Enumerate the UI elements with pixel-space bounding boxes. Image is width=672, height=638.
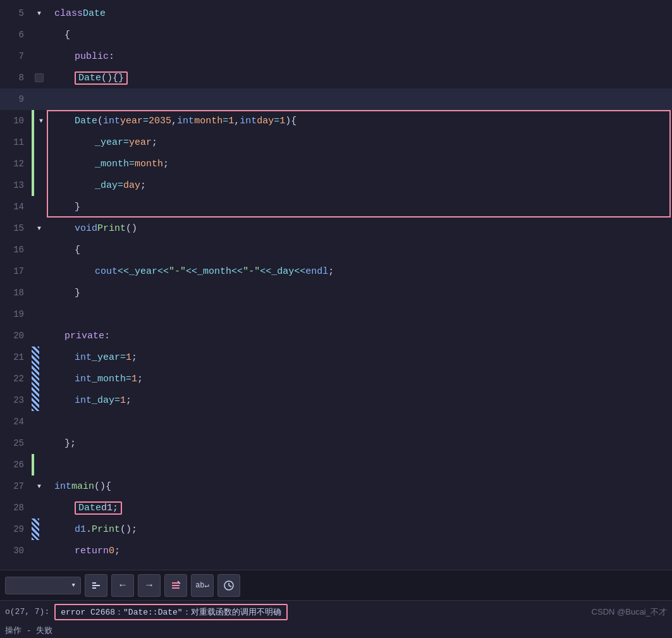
table-row: 20 private: bbox=[0, 325, 672, 347]
line-number: 28 bbox=[0, 503, 32, 513]
toolbar-btn-replace[interactable]: ab↵ bbox=[191, 574, 214, 597]
line-number: 21 bbox=[0, 352, 32, 362]
code-text: int _day = 1; bbox=[47, 395, 672, 406]
line-number: 15 bbox=[0, 223, 32, 233]
fold-icon[interactable]: ▼ bbox=[37, 483, 41, 490]
code-text: { bbox=[47, 30, 672, 40]
code-text: _day = day; bbox=[47, 180, 672, 191]
code-text: } bbox=[47, 202, 672, 212]
table-row: 24 bbox=[0, 411, 672, 432]
table-row: 18 } bbox=[0, 282, 672, 304]
replace-icon: ab↵ bbox=[195, 580, 209, 590]
table-row: 19 bbox=[0, 304, 672, 325]
table-row: 21 int _year = 1; bbox=[0, 347, 672, 368]
line-number: 22 bbox=[0, 374, 32, 384]
table-row: 23 int _day = 1; bbox=[0, 390, 672, 411]
table-row: 7 public: bbox=[0, 46, 672, 67]
toolbar-btn-clear[interactable] bbox=[164, 574, 187, 597]
toolbar-btn-forward[interactable]: → bbox=[138, 574, 161, 597]
table-row: 29 d1.Print(); bbox=[0, 518, 672, 540]
back-icon: ← bbox=[119, 580, 126, 591]
line-number: 27 bbox=[0, 481, 32, 491]
fail-label: 操作 - 失败 bbox=[0, 625, 52, 636]
table-row: 8 Date() {} bbox=[0, 67, 672, 89]
clear-icon bbox=[170, 580, 181, 591]
table-row: 14 } bbox=[0, 196, 672, 218]
code-text: int _year = 1; bbox=[47, 352, 672, 363]
forward-icon: → bbox=[146, 580, 152, 591]
code-text: d1.Print(); bbox=[47, 524, 672, 535]
code-text: cout << _year << "-" << _month << "-" <<… bbox=[47, 266, 672, 277]
toolbar: ← → ab↵ bbox=[0, 570, 672, 600]
line-number: 8 bbox=[0, 73, 32, 83]
table-row: 10 ▼ Date(int year = 2035, int month = 1… bbox=[0, 110, 672, 132]
toolbar-btn-align[interactable] bbox=[85, 574, 107, 597]
code-text: }; bbox=[47, 438, 672, 449]
line-number: 12 bbox=[0, 159, 32, 169]
code-text: void Print() bbox=[47, 223, 672, 234]
clock-icon bbox=[223, 580, 235, 591]
code-text: int main() { bbox=[47, 481, 672, 492]
line-number: 6 bbox=[0, 30, 32, 40]
table-row: 30 return 0; bbox=[0, 540, 672, 561]
table-row: 9 bbox=[0, 89, 672, 110]
fold-icon[interactable]: ▼ bbox=[37, 10, 41, 17]
line-number: 19 bbox=[0, 309, 32, 319]
line-number: 16 bbox=[0, 245, 32, 255]
table-row: 27 ▼ int main() { bbox=[0, 475, 672, 497]
error-message-box: error C2668："Date::Date"：对重载函数的调用不明确 bbox=[54, 604, 287, 620]
table-row: 28 Date d1; bbox=[0, 497, 672, 518]
line-number: 26 bbox=[0, 460, 32, 470]
fold-icon[interactable]: ▼ bbox=[39, 118, 43, 125]
code-text: _month = month; bbox=[47, 159, 672, 169]
line-number: 9 bbox=[0, 94, 32, 104]
error-prefix: o(27, 7): bbox=[5, 607, 49, 617]
highlight-box-8: Date() {} bbox=[75, 71, 128, 85]
gutter-fold[interactable]: ▼ bbox=[32, 483, 47, 490]
status-bar: 操作 - 失败 bbox=[0, 623, 672, 638]
code-text: Date d1; bbox=[47, 501, 672, 515]
table-row: 5 ▼ class Date bbox=[0, 3, 672, 24]
gutter-breakpoint bbox=[32, 73, 47, 82]
line-number: 13 bbox=[0, 180, 32, 190]
table-row: 22 int _month = 1; bbox=[0, 368, 672, 390]
table-row: 17 cout << _year << "-" << _month << "-"… bbox=[0, 261, 672, 282]
toolbar-dropdown[interactable] bbox=[5, 577, 81, 594]
region-10-14: 10 ▼ Date(int year = 2035, int month = 1… bbox=[0, 110, 672, 218]
line-number: 11 bbox=[0, 137, 32, 147]
error-bar: o(27, 7): error C2668："Date::Date"：对重载函数… bbox=[0, 600, 672, 623]
svg-line-9 bbox=[229, 586, 231, 587]
table-row: 6 { bbox=[0, 24, 672, 46]
table-row: 12 _month = month; bbox=[0, 153, 672, 175]
table-row: 11 _year = year; bbox=[0, 132, 672, 153]
line-number: 20 bbox=[0, 331, 32, 341]
code-text: } bbox=[47, 288, 672, 298]
code-text: Date() {} bbox=[47, 71, 672, 85]
code-text: private: bbox=[47, 331, 672, 341]
table-row: 13 _day = day; bbox=[0, 175, 672, 196]
line-number: 25 bbox=[0, 438, 32, 448]
code-text: Date(int year = 2035, int month = 1, int… bbox=[47, 116, 672, 126]
fold-icon[interactable]: ▼ bbox=[37, 225, 41, 232]
code-text: class Date bbox=[47, 8, 672, 19]
line-number: 29 bbox=[0, 524, 32, 534]
line-number: 30 bbox=[0, 546, 32, 556]
code-text: return 0; bbox=[47, 546, 672, 556]
gutter-fold[interactable]: ▼ bbox=[32, 10, 47, 17]
toolbar-btn-back[interactable]: ← bbox=[111, 574, 134, 597]
gutter-fold[interactable]: ▼ bbox=[32, 118, 47, 125]
code-text: public: bbox=[47, 51, 672, 62]
line-number: 23 bbox=[0, 395, 32, 405]
line-number: 7 bbox=[0, 51, 32, 61]
line-number: 24 bbox=[0, 417, 32, 427]
line-number: 5 bbox=[0, 8, 32, 18]
gutter-fold[interactable]: ▼ bbox=[32, 225, 47, 232]
line-number: 18 bbox=[0, 288, 32, 298]
toolbar-btn-clock[interactable] bbox=[217, 574, 240, 597]
code-text: _year = year; bbox=[47, 137, 672, 148]
align-icon bbox=[90, 580, 102, 591]
highlight-box-28: Date d1; bbox=[75, 501, 122, 515]
table-row: 26 bbox=[0, 454, 672, 475]
line-number: 17 bbox=[0, 266, 32, 276]
table-row: 25 }; bbox=[0, 432, 672, 454]
